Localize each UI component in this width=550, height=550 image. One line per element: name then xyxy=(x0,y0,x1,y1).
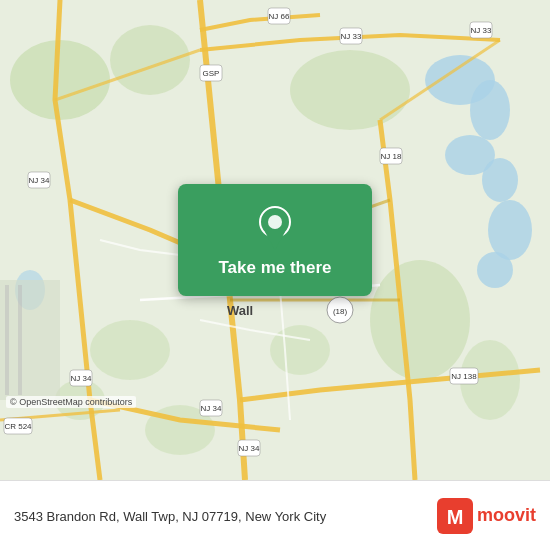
svg-point-45 xyxy=(268,215,282,229)
moovit-icon: M xyxy=(437,498,473,534)
moovit-wordmark: moovit xyxy=(477,505,536,526)
svg-text:M: M xyxy=(447,506,464,528)
map-container: NJ 34 NJ 34 NJ 34 NJ 34 NJ 33 NJ 33 NJ 6… xyxy=(0,0,550,480)
button-label: Take me there xyxy=(218,258,331,278)
svg-marker-46 xyxy=(265,232,285,250)
map-attribution: © OpenStreetMap contributors xyxy=(6,396,136,408)
address-text: 3543 Brandon Rd, Wall Twp, NJ 07719, New… xyxy=(14,509,326,524)
take-me-there-button[interactable]: Take me there xyxy=(178,184,371,296)
location-pin-icon xyxy=(257,206,293,250)
button-overlay: Take me there xyxy=(0,0,550,480)
bottom-bar: 3543 Brandon Rd, Wall Twp, NJ 07719, New… xyxy=(0,480,550,550)
moovit-logo: M moovit xyxy=(437,498,536,534)
address-section: 3543 Brandon Rd, Wall Twp, NJ 07719, New… xyxy=(14,507,437,525)
